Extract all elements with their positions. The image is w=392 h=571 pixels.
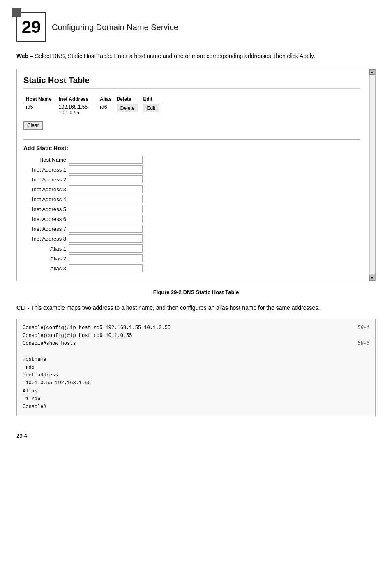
code-line-text: Console(config)#ip host rd5 192.168.1.55… — [23, 324, 171, 332]
col-header-edit: Edit — [141, 95, 161, 103]
form-row-alias1: Alias 1 — [23, 244, 360, 253]
form-row-inet2: Inet Address 2 — [23, 175, 360, 183]
cell-inet: 192.168.1.5510.1.0.55 — [56, 103, 97, 117]
label-inet2: Inet Address 2 — [23, 176, 69, 183]
inet-address-4-input[interactable] — [69, 195, 143, 203]
page-number: 29-4 — [16, 433, 376, 439]
inet-address-1-input[interactable] — [69, 165, 143, 174]
code-line: 1.rd6 — [23, 395, 369, 403]
table-row: rd5 192.168.1.5510.1.0.55 rd6 Delete Edi… — [23, 103, 161, 117]
col-header-hostname: Host Name — [23, 95, 56, 103]
label-inet3: Inet Address 3 — [23, 186, 69, 193]
corner-icon — [12, 8, 21, 17]
cli-paragraph: CLI - This example maps two address to a… — [16, 304, 376, 312]
alias-2-input[interactable] — [69, 254, 143, 262]
panel-scrollbar[interactable]: ▲ ▼ — [369, 69, 375, 281]
code-line: Console(config)#ip host rd5 192.168.1.55… — [23, 324, 369, 332]
label-alias1: Alias 1 — [23, 246, 69, 252]
form-row-inet3: Inet Address 3 — [23, 185, 360, 193]
code-line: Console# — [23, 403, 369, 411]
form-row-inet1: Inet Address 1 — [23, 165, 360, 174]
cli-bold: CLI - — [16, 304, 29, 311]
cell-hostname: rd5 — [23, 103, 56, 117]
alias-3-input[interactable] — [69, 264, 143, 272]
panel-title: Static Host Table — [23, 76, 360, 89]
divider — [23, 139, 360, 140]
code-line: Inet address — [23, 371, 369, 379]
static-host-table-panel: ▲ ▼ Static Host Table Host Name Inet Add… — [16, 69, 376, 281]
chapter-number-box: 29 — [16, 12, 46, 42]
col-header-inet: Inet Address — [56, 95, 97, 103]
code-line: Console#show hosts58-6 — [23, 340, 369, 348]
label-inet1: Inet Address 1 — [23, 167, 69, 173]
chapter-number: 29 — [22, 17, 41, 37]
edit-button[interactable]: Edit — [143, 104, 159, 112]
code-line: Console(config)#ip host rd6 10.1.0.55 — [23, 332, 369, 340]
scrollbar-down-arrow[interactable]: ▼ — [369, 275, 375, 281]
code-line-text: Console#show hosts — [23, 340, 76, 348]
code-line-ref: 58-6 — [357, 340, 369, 348]
label-inet8: Inet Address 8 — [23, 236, 69, 242]
clear-button[interactable]: Clear — [23, 121, 43, 130]
code-line-text: rd5 — [23, 364, 35, 371]
code-block: Console(config)#ip host rd5 192.168.1.55… — [16, 319, 376, 416]
chapter-title: Configuring Domain Name Service — [52, 23, 178, 32]
host-name-input[interactable] — [69, 156, 143, 164]
label-inet6: Inet Address 6 — [23, 216, 69, 222]
page-header: 29 Configuring Domain Name Service — [16, 12, 376, 42]
add-host-form: Host Name Inet Address 1 Inet Address 2 … — [23, 156, 360, 272]
code-line: 10.1.0.55 192.168.1.55 — [23, 379, 369, 387]
cell-delete: Delete — [114, 103, 141, 117]
cell-alias: rd6 — [97, 103, 114, 117]
code-line-text: Console# — [23, 403, 46, 411]
cli-text: This example maps two address to a host … — [29, 304, 320, 311]
inet-address-8-input[interactable] — [69, 234, 143, 243]
form-row-alias3: Alias 3 — [23, 264, 360, 272]
label-inet4: Inet Address 4 — [23, 196, 69, 202]
col-header-delete: Delete — [114, 95, 141, 103]
form-row-alias2: Alias 2 — [23, 254, 360, 262]
code-line: Hostname — [23, 356, 369, 364]
form-row-inet8: Inet Address 8 — [23, 234, 360, 243]
label-inet5: Inet Address 5 — [23, 206, 69, 212]
scrollbar-up-arrow[interactable]: ▲ — [369, 69, 375, 75]
label-inet7: Inet Address 7 — [23, 226, 69, 232]
form-row-hostname: Host Name — [23, 156, 360, 164]
code-line-text: Inet address — [23, 371, 58, 379]
code-line-text: Alias — [23, 388, 37, 395]
label-host-name: Host Name — [23, 157, 69, 163]
inet-address-2-input[interactable] — [69, 175, 143, 183]
form-row-inet5: Inet Address 5 — [23, 205, 360, 213]
inet-address-7-input[interactable] — [69, 225, 143, 233]
add-static-host-title: Add Static Host: — [23, 145, 360, 151]
code-line-ref: 58-1 — [357, 324, 369, 332]
inet-address-3-input[interactable] — [69, 185, 143, 193]
delete-button[interactable]: Delete — [117, 104, 138, 112]
form-row-inet4: Inet Address 4 — [23, 195, 360, 203]
code-line: Alias — [23, 388, 369, 395]
code-line: rd5 — [23, 364, 369, 371]
code-line-text: 1.rd6 — [23, 395, 40, 403]
code-line-text: Console(config)#ip host rd6 10.1.0.55 — [23, 332, 132, 340]
scrollbar-track — [369, 75, 375, 275]
label-alias2: Alias 2 — [23, 255, 69, 262]
code-line-text: Hostname — [23, 356, 46, 364]
alias-1-input[interactable] — [69, 244, 143, 253]
inet-address-6-input[interactable] — [69, 215, 143, 223]
cell-edit: Edit — [141, 103, 161, 117]
form-row-inet7: Inet Address 7 — [23, 225, 360, 233]
inet-address-5-input[interactable] — [69, 205, 143, 213]
form-row-inet6: Inet Address 6 — [23, 215, 360, 223]
code-line-text: 10.1.0.55 192.168.1.55 — [23, 379, 91, 387]
col-header-alias: Alias — [97, 95, 114, 103]
label-alias3: Alias 3 — [23, 265, 69, 272]
figure-caption: Figure 29-2 DNS Static Host Table — [16, 289, 376, 295]
host-table: Host Name Inet Address Alias Delete Edit… — [23, 95, 161, 116]
intro-text: – Select DNS, Static Host Table. Enter a… — [28, 53, 315, 59]
intro-bold: Web — [16, 53, 28, 59]
intro-paragraph: Web – Select DNS, Static Host Table. Ent… — [16, 52, 376, 60]
